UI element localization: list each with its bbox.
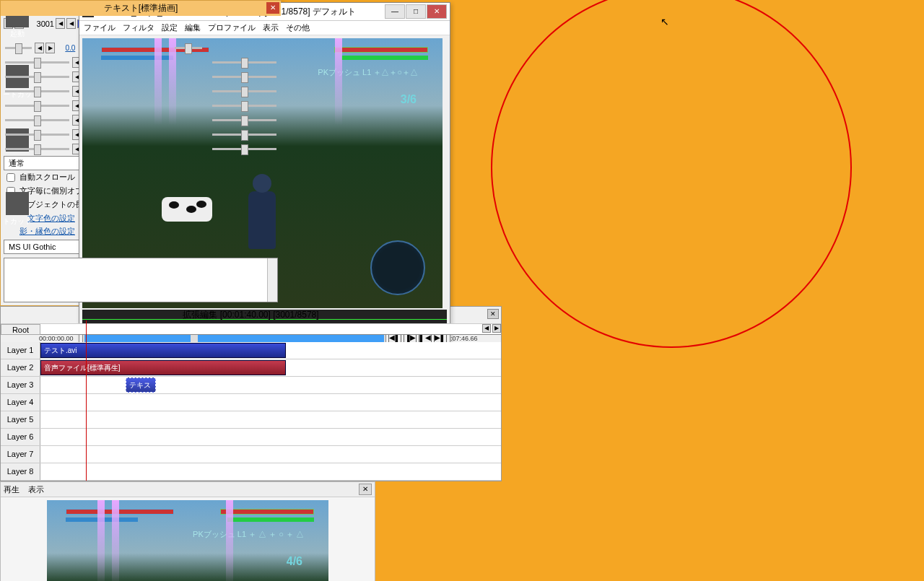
text-content-textarea[interactable] — [4, 258, 278, 302]
inc-button[interactable]: ▶ — [45, 43, 55, 53]
text-titlebar[interactable]: テキスト[標準描画] ✕ — [1, 1, 281, 16]
minimize-button[interactable]: — — [385, 4, 405, 19]
autoscroll-checkbox[interactable] — [6, 173, 15, 182]
audio-clip[interactable]: 音声ファイル[標準再生] — [40, 360, 286, 375]
layer-5-track[interactable] — [40, 411, 501, 428]
shadow-color-link[interactable]: 影・縁色の設定 — [6, 226, 75, 237]
timeline-window: 拡張編集 [00:01:40.00] [3001/8578] ✕ Root ◀ … — [0, 306, 502, 481]
slider-right[interactable] — [212, 61, 276, 64]
layer-6-label[interactable]: Layer 6 — [1, 429, 40, 445]
slider-right[interactable] — [212, 90, 276, 92]
scrollbar[interactable] — [267, 258, 277, 302]
timeline-titlebar[interactable]: 拡張編集 [00:01:40.00] [3001/8578] ✕ — [1, 307, 501, 324]
layer-2-track[interactable]: 音声ファイル[標準再生] — [40, 359, 501, 376]
layer-1-label[interactable]: Layer 1 — [1, 342, 40, 359]
menu-profile[interactable]: プロファイル — [208, 22, 256, 33]
close-button[interactable]: ✕ — [487, 309, 499, 319]
menu-view[interactable]: 表示 — [263, 22, 279, 33]
close-button[interactable]: ✕ — [266, 2, 279, 14]
layer-1-track[interactable]: テスト.avi — [40, 342, 501, 359]
frame-prev-button[interactable]: ◀ — [56, 18, 65, 29]
hud-count: 4/6 — [287, 555, 302, 568]
hud-text: PKブッシュ L1 ＋ △ ＋ ○ ＋ △ — [193, 529, 304, 540]
menu-settings[interactable]: 設定 — [162, 22, 178, 33]
slider-left[interactable] — [5, 119, 69, 121]
slider-left[interactable] — [5, 105, 69, 107]
desktop-shortcut-icon-3[interactable]: トカット — [3, 192, 32, 227]
timeline-body: Layer 1テスト.avi Layer 2音声ファイル[標準再生] Layer… — [1, 342, 501, 481]
hud-count: 3/6 — [401, 93, 417, 106]
layer-8-track[interactable] — [40, 463, 501, 480]
tab-view[interactable]: 表示 — [28, 484, 44, 495]
layer-2-label[interactable]: Layer 2 — [1, 359, 40, 376]
video-clip[interactable]: テスト.avi — [40, 343, 286, 358]
slider-left[interactable] — [5, 47, 32, 49]
slider-right[interactable] — [212, 119, 276, 121]
layer-7-track[interactable] — [40, 446, 501, 463]
slider-left[interactable] — [5, 90, 69, 92]
preview-window: 再生 表示 ✕ PKブッシュ L1 ＋ △ ＋ ○ ＋ △ 4/6 ▶ ▋▋ ■… — [0, 481, 375, 581]
text-window-title: テキスト[標準描画] — [104, 3, 178, 13]
frame-prev2-button[interactable]: ◀ — [66, 18, 76, 29]
layer-6-track[interactable] — [40, 429, 501, 445]
menu-edit[interactable]: 編集 — [185, 22, 201, 33]
layer-3-track[interactable]: テキスト[ — [40, 377, 501, 393]
layer-8-label[interactable]: Layer 8 — [1, 463, 40, 480]
slider-right[interactable] — [212, 105, 276, 107]
scroll-right-button[interactable]: ▶ — [492, 324, 501, 333]
slider-right[interactable] — [175, 47, 201, 49]
slider-left[interactable] — [5, 61, 69, 64]
close-button[interactable]: ✕ — [427, 4, 447, 19]
layer-4-label[interactable]: Layer 4 — [1, 394, 40, 411]
root-button[interactable]: Root — [1, 324, 40, 335]
dec-button[interactable]: ◀ — [35, 43, 44, 53]
hud-text: PKブッシュ L1 ＋△＋○＋△ — [318, 67, 418, 78]
text-clip[interactable]: テキスト[ — [126, 377, 156, 393]
layer-3-label[interactable]: Layer 3 — [1, 377, 40, 393]
close-button[interactable]: ✕ — [359, 484, 372, 495]
tab-play[interactable]: 再生 — [4, 484, 19, 495]
annotation-circle — [491, 0, 852, 348]
maximize-button[interactable]: □ — [406, 4, 426, 19]
slider-right[interactable] — [212, 148, 276, 150]
slider-left[interactable] — [5, 76, 69, 78]
layer-4-track[interactable] — [40, 394, 501, 411]
timeline-title-text: 拡張編集 [00:01:40.00] [3001/8578] — [183, 310, 318, 320]
menu-file[interactable]: ファイル — [84, 22, 116, 33]
slider-left[interactable] — [5, 148, 69, 150]
slider-right[interactable] — [212, 134, 276, 136]
layer-7-label[interactable]: Layer 7 — [1, 446, 40, 463]
menu-filter[interactable]: フィルタ — [123, 22, 154, 33]
menu-other[interactable]: その他 — [286, 22, 310, 33]
preview-video: PKブッシュ L1 ＋ △ ＋ ○ ＋ △ 4/6 — [47, 500, 328, 581]
cursor-icon: ↖ — [661, 16, 669, 27]
time-ruler[interactable]: ◀ ▶ — [40, 324, 501, 335]
layer-5-label[interactable]: Layer 5 — [1, 411, 40, 428]
desktop-shortcut-icon[interactable]: ートカッ — [3, 65, 32, 100]
slider-right[interactable] — [212, 76, 276, 78]
menu-bar: ファイル フィルタ 設定 編集 プロファイル 表示 その他 — [79, 21, 450, 35]
scroll-left-button[interactable]: ◀ — [482, 324, 491, 333]
preview-titlebar[interactable]: 再生 表示 ✕ — [1, 482, 375, 497]
slider-left[interactable] — [5, 134, 69, 136]
blend-mode-combo[interactable]: 通常 — [4, 156, 90, 170]
